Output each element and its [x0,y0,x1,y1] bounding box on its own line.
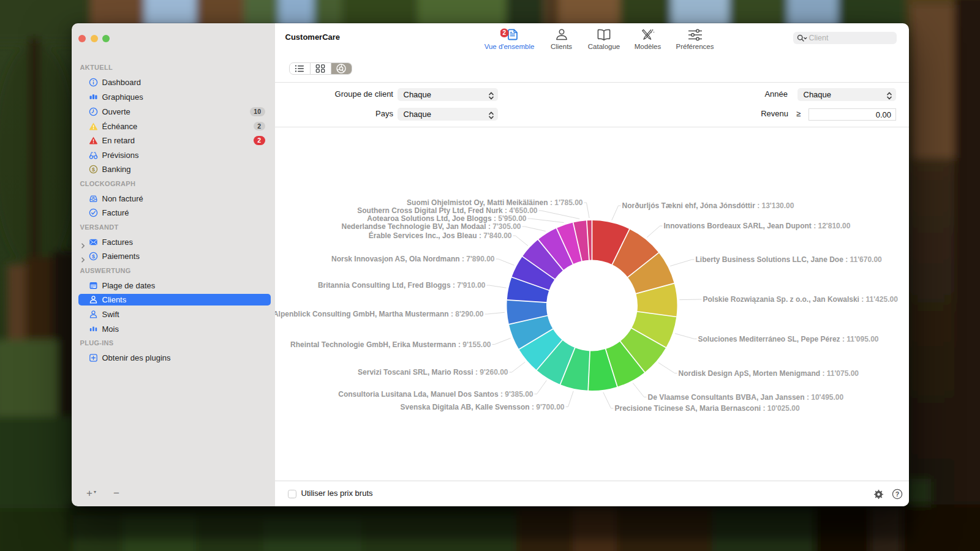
svg-text:$: $ [91,253,94,260]
svg-text:Nordisk Design ApS, Morten Men: Nordisk Design ApS, Morten Menigmand : 1… [679,369,859,378]
svg-text:Aotearoa Solutions Ltd, Joe Bl: Aotearoa Solutions Ltd, Joe Bloggs : 5'9… [367,214,527,223]
svg-text:Britannia Consulting Ltd, Fred: Britannia Consulting Ltd, Fred Bloggs : … [318,281,486,290]
svg-text:Servizi Toscani SRL, Mario Ros: Servizi Toscani SRL, Mario Rossi : 9'260… [358,368,508,377]
svg-text:?: ? [895,490,899,498]
svg-text:Érable Services Inc., Jos Blea: Érable Services Inc., Jos Bleau : 7'840.… [369,231,512,240]
svg-text:De Vlaamse Consultants BVBA, J: De Vlaamse Consultants BVBA, Jan Janssen… [648,393,844,402]
svg-text:Norðurljós Tækni ehf, Jóna Jón: Norðurljós Tækni ehf, Jóna Jónsdóttir : … [622,201,794,210]
svg-text:Soluciones Mediterráneo SL, Pe: Soluciones Mediterráneo SL, Pepe Pérez :… [698,335,879,343]
svg-text:Norsk Innovasjon AS, Ola Nordm: Norsk Innovasjon AS, Ola Nordmann : 7'89… [331,255,495,263]
svg-text:Suomi Ohjelmistot Oy, Matti Me: Suomi Ohjelmistot Oy, Matti Meikäläinen … [407,198,583,207]
svg-text:$: $ [91,167,94,173]
svg-text:Rheintal Technologie GmbH, Eri: Rheintal Technologie GmbH, Erika Musterm… [290,340,491,349]
svg-text:Nederlandse Technologie BV, Ja: Nederlandse Technologie BV, Jan Modaal :… [342,222,521,231]
svg-text:Svenska Digitala AB, Kalle Sve: Svenska Digitala AB, Kalle Svensson : 9'… [401,403,565,411]
svg-text:Polskie Rozwiązania Sp. z o.o.: Polskie Rozwiązania Sp. z o.o., Jan Kowa… [703,295,899,304]
svg-text:Innovations Bordeaux SARL, Jea: Innovations Bordeaux SARL, Jean Dupont :… [664,222,851,230]
svg-text:Precisione Ticinese SA, Maria: Precisione Ticinese SA, Maria Bernasconi… [615,404,800,413]
svg-text:Southern Cross Digital Pty Ltd: Southern Cross Digital Pty Ltd, Fred Nur… [357,206,538,215]
svg-text:Alpenblick Consulting GmbH, Ma: Alpenblick Consulting GmbH, Martha Muste… [275,310,484,318]
svg-text:Liberty Business Solutions LLC: Liberty Business Solutions LLC, Jane Doe… [696,255,883,264]
svg-text:Consultoria Lusitana Lda, Manu: Consultoria Lusitana Lda, Manuel Dos San… [338,390,533,399]
